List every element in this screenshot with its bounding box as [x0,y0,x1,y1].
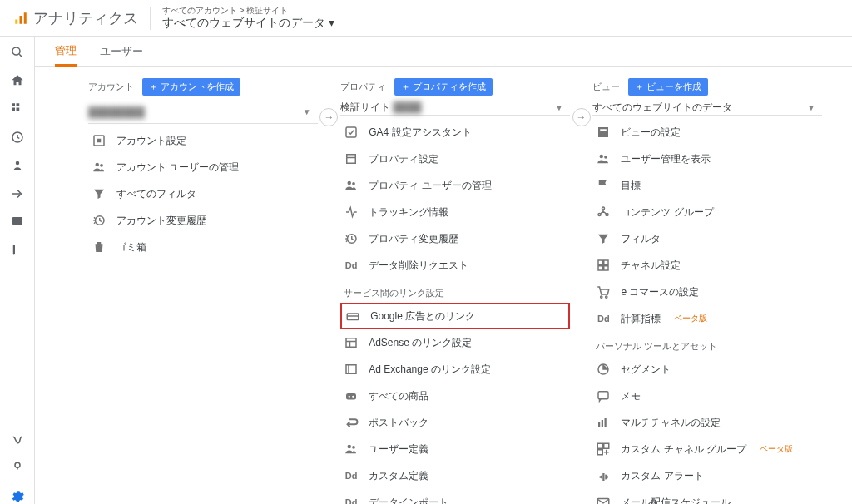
svg-rect-46 [604,266,608,270]
list-item[interactable]: Dd計算指標ベータ版 [592,305,822,332]
list-item[interactable]: AdSense のリンク設定 [340,329,570,356]
list-item[interactable]: Google 広告とのリンク [340,303,570,329]
svg-rect-43 [598,260,602,264]
svg-rect-0 [15,19,17,23]
svg-point-34 [348,445,352,449]
list-item[interactable]: チャネル設定 [592,252,822,279]
svg-rect-52 [602,420,603,427]
create-account-button[interactable]: ＋ アカウントを作成 [142,78,240,96]
item-label: ゴミ箱 [116,240,146,254]
breadcrumb[interactable]: すべてのアカウント > 検証サイト すべてのウェブサイトのデータ ▾ [162,6,334,30]
list-item[interactable]: ユーザー定義 [340,436,570,462]
svg-point-48 [606,296,607,298]
list-item[interactable]: Ddデータ削除リクエスト [340,252,570,279]
tracking-icon [344,205,359,220]
list-item[interactable]: プロパティ ユーザーの管理 [340,172,570,199]
conversions-icon[interactable] [10,243,25,258]
list-item[interactable]: ユーザー管理を表示 [592,146,822,172]
list-item[interactable]: メモ [592,383,822,409]
list-item[interactable]: カスタム アラート [592,462,822,489]
item-label: ポストバック [369,416,428,430]
item-label: フィルタ [621,232,661,246]
svg-point-3 [12,47,20,55]
list-item[interactable]: プロパティ設定 [340,146,570,172]
svg-rect-45 [598,266,602,270]
header: アナリティクス すべてのアカウント > 検証サイト すべてのウェブサイトのデータ… [0,0,852,37]
users-icon [596,151,611,166]
item-label: e コマースの設定 [621,285,699,299]
tab-admin[interactable]: 管理 [55,43,77,67]
filter-icon [92,186,106,201]
list-item[interactable]: すべてのフィルタ [88,180,318,207]
dd-icon: Dd [344,468,359,483]
item-label: プロパティ設定 [369,152,438,166]
list-item[interactable]: アカウント変更履歴 [88,207,318,234]
collapse-right-icon[interactable]: → [572,108,591,126]
property-selector[interactable]: 検証サイト ████ ▼ [340,101,570,116]
list-item[interactable]: メール配信スケジュール [592,489,822,504]
item-label: アカウント設定 [116,134,186,148]
svg-point-21 [348,181,352,185]
list-item[interactable]: すべての商品 [340,383,570,409]
account-selector[interactable]: ████████ ▼ [88,101,318,124]
list-item[interactable]: 目標 [592,172,822,199]
segment-icon [596,362,611,377]
attribution-icon[interactable] [10,432,25,447]
audience-icon[interactable] [10,158,25,173]
item-label: 計算指標 [621,312,661,326]
custom-channel-icon [596,442,611,457]
svg-point-40 [602,207,605,210]
list-item[interactable]: Ad Exchange のリンク設定 [340,356,570,383]
list-item[interactable]: Ddカスタム定義 [340,462,570,489]
admin-gear-icon[interactable] [10,489,25,504]
app-logo: アナリティクス [13,8,138,28]
list-item[interactable]: コンテンツ グループ [592,199,822,225]
acquisition-icon[interactable] [10,186,25,201]
list-item[interactable]: GA4 設定アシスタント [340,119,570,146]
view-selector[interactable]: すべてのウェブサイトのデータ ▼ [592,101,822,116]
item-label: データインポート [369,496,448,505]
list-item[interactable]: プロパティ変更履歴 [340,225,570,252]
list-item[interactable]: フィルタ [592,225,822,252]
memo-icon [596,388,611,403]
view-column-label: ビュー [592,81,620,93]
discover-icon[interactable] [10,461,25,476]
svg-point-47 [601,296,602,298]
list-item[interactable]: アカウント ユーザーの管理 [88,154,318,180]
property-selector-value: 検証サイト ████ [340,101,421,115]
history-icon [92,213,106,228]
collapse-left-icon[interactable]: → [320,108,338,126]
behavior-icon[interactable] [10,215,25,230]
dashboard-icon[interactable] [10,101,25,116]
home-icon[interactable] [10,73,25,88]
item-label: すべての商品 [369,389,428,403]
list-item[interactable]: Ddデータインポート [340,489,570,504]
all-products-icon [344,388,359,403]
list-item[interactable]: ポストバック [340,409,570,436]
list-item[interactable]: マルチチャネルの設定 [592,409,822,436]
list-item[interactable]: e コマースの設定 [592,279,822,305]
svg-point-12 [15,462,20,467]
account-column-label: アカウント [88,81,134,93]
multichannel-icon [596,415,611,430]
create-view-button[interactable]: ＋ ビューを作成 [628,78,708,96]
realtime-icon[interactable] [10,130,25,145]
list-item[interactable]: セグメント [592,356,822,383]
list-item[interactable]: カスタム チャネル グループベータ版 [592,436,822,462]
list-item[interactable]: ビューの設定 [592,119,822,146]
trash-icon [92,240,106,254]
search-icon[interactable] [10,45,25,60]
create-property-button[interactable]: ＋ プロパティを作成 [394,78,493,96]
svg-rect-54 [598,443,603,448]
svg-point-39 [605,156,608,159]
property-settings-icon [344,151,359,166]
account-column: アカウント ＋ アカウントを作成 ████████ ▼ アカウント設定アカウント… [88,78,318,504]
list-item[interactable]: アカウント設定 [88,127,318,154]
chevron-down-icon: ▼ [555,103,563,112]
svg-rect-37 [601,129,607,131]
postback-icon [344,415,359,430]
tab-user[interactable]: ユーザー [100,44,143,66]
list-item[interactable]: トラッキング情報 [340,199,570,225]
list-item[interactable]: ゴミ箱 [88,234,318,260]
property-column-label: プロパティ [340,81,386,93]
